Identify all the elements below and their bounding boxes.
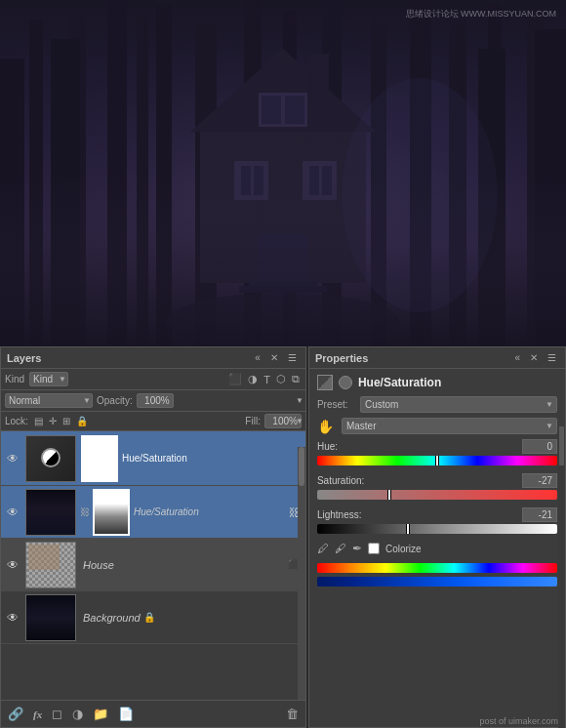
lock-all-icon[interactable]: 🔒 [74,415,90,427]
dropper-add-icon[interactable]: 🖋 [335,542,346,555]
lightness-slider-row: Lightness: [317,507,557,534]
layers-bottom-toolbar: 🔗 fx ◻ ◑ 📁 📄 🗑 [1,700,305,727]
kind-adjustment-icon[interactable]: ◑ [246,372,260,386]
add-mask-icon[interactable]: ◻ [49,705,65,723]
blend-mode-select[interactable]: Normal Multiply Screen [5,393,93,408]
lock-checkerboard-icon[interactable]: ▤ [32,415,45,427]
properties-collapse-icon[interactable]: « [511,351,523,364]
fill-input[interactable] [264,414,302,428]
kind-select-wrap: Kind ▼ [29,372,68,386]
spectrum-container [317,563,557,586]
layer-item[interactable]: 👁 Hue/Saturation [1,431,305,486]
layer-mask-thumbnail [81,435,118,482]
properties-title: Properties [315,352,368,364]
layer-item[interactable]: 👁 House ⬛ [1,539,305,591]
hs-square-icon[interactable] [317,375,333,390]
fill-label: Fill: [245,416,261,426]
svg-point-37 [342,78,498,312]
layer-list: 👁 Hue/Saturation 👁 ⛓ [1,431,305,665]
preset-select-wrap: Custom Default ▼ [360,396,557,413]
layer-item[interactable]: 👁 Background 🔒 [1,591,305,644]
new-layer-icon[interactable]: 📄 [115,705,137,723]
panels-container: Layers « ✕ ☰ Kind Kind ▼ ⬛ ◑ T ⬡ ⧉ [0,346,566,728]
properties-menu-icon[interactable]: ☰ [545,351,559,364]
panel-menu-icon[interactable]: ☰ [285,351,300,364]
layer-visibility-icon[interactable]: 👁 [5,558,20,572]
lock-artboard-icon[interactable]: ⊞ [61,415,72,427]
opacity-input[interactable] [137,393,174,408]
layer-visibility-icon[interactable]: 👁 [5,506,20,519]
link-layers-icon[interactable]: 🔗 [5,705,26,723]
hue-slider-thumb[interactable] [435,456,439,465]
lightness-value-input[interactable] [522,507,557,522]
layer-visibility-icon[interactable]: 👁 [5,611,20,625]
layers-panel-header: Layers « ✕ ☰ [1,347,305,369]
new-adjustment-icon[interactable]: ◑ [69,705,86,723]
layers-scrollbar[interactable] [298,447,305,700]
hs-circle-icon[interactable] [339,376,352,389]
kind-select[interactable]: Kind [29,372,68,386]
saturation-slider-header: Saturation: [317,473,557,488]
kind-smart-icon[interactable]: ⧉ [290,372,302,386]
lock-icons: ▤ ✛ ⊞ 🔒 [32,415,90,427]
lightness-slider-track[interactable] [317,524,557,534]
layer-info: Hue/Saturation [130,505,289,519]
kind-pixel-icon[interactable]: ⬛ [226,372,244,386]
blend-select-wrap: Normal Multiply Screen ▼ [5,393,93,408]
hue-value-input[interactable] [522,439,557,454]
close-panel-icon[interactable]: ✕ [267,351,281,364]
layers-panel-title: Layers [7,352,41,364]
lock-move-icon[interactable]: ✛ [47,415,59,427]
hue-slider-row: Hue: [317,439,557,465]
layer-visibility-icon[interactable]: 👁 [5,452,20,465]
layer-info: Background 🔒 [79,610,303,626]
preset-row: Preset: Custom Default ▼ [317,396,557,413]
kind-type-icon[interactable]: T [262,373,272,386]
opacity-label: Opacity: [97,395,133,406]
layers-panel-controls: « ✕ ☰ [252,351,300,364]
layer-mask-thumbnail [93,489,130,536]
layer-item[interactable]: 👁 ⛓ Hue/Saturation ⛓ [1,486,305,539]
layers-panel: Layers « ✕ ☰ Kind Kind ▼ ⬛ ◑ T ⬡ ⧉ [0,346,306,728]
properties-close-icon[interactable]: ✕ [527,351,541,364]
dropper-subtract-icon[interactable]: ✒ [352,542,362,555]
colorize-label: Colorize [385,544,422,554]
kind-shape-icon[interactable]: ⬡ [274,372,288,386]
layer-name: Background [83,612,141,624]
properties-body: Hue/Saturation Preset: Custom Default ▼ … [309,369,565,596]
lightness-label: Lightness: [317,509,362,520]
watermark-text: 思绪设计论坛 WWW.MISSYUAN.COM [406,8,557,20]
properties-header: Properties « ✕ ☰ [309,347,565,369]
properties-header-icons: « ✕ ☰ [511,351,559,364]
full-spectrum-bar [317,563,557,573]
kind-icons: ⬛ ◑ T ⬡ ⧉ [226,372,302,386]
colorize-checkbox[interactable] [368,543,380,554]
chain-icon: ⛓ [80,506,90,517]
preset-label: Preset: [317,399,356,410]
layer-thumbnail [25,489,76,536]
saturation-slider-thumb[interactable] [387,490,391,500]
hue-slider-track[interactable] [317,456,557,465]
channel-select[interactable]: Master Reds Yellows Greens Cyans Blues M… [342,418,557,434]
properties-scroll-thumb[interactable] [559,426,564,465]
delete-layer-icon[interactable]: 🗑 [283,705,302,723]
saturation-slider-row: Saturation: [317,473,557,500]
saturation-slider-track[interactable] [317,490,557,500]
opacity-arrow: ▼ [296,396,303,405]
layers-scroll-thumb[interactable] [299,447,304,486]
layer-effects-icon[interactable]: fx [30,707,45,722]
saturation-label: Saturation: [317,475,364,486]
layer-name: Hue/Saturation [134,506,199,517]
hand-icon[interactable]: ✋ [317,419,334,434]
layer-thumbnail [25,435,76,482]
kind-label: Kind [5,374,24,384]
preset-select[interactable]: Custom Default [360,396,557,413]
lock-label: Lock: [5,416,28,426]
dropper-icon[interactable]: 🖊 [317,542,329,555]
collapse-left-icon[interactable]: « [252,351,263,364]
new-group-icon[interactable]: 📁 [90,705,111,723]
colorize-row: 🖊 🖋 ✒ Colorize [317,542,557,555]
properties-scrollbar[interactable] [558,425,565,728]
saturation-value-input[interactable] [522,473,557,488]
lightness-slider-thumb[interactable] [406,524,410,534]
